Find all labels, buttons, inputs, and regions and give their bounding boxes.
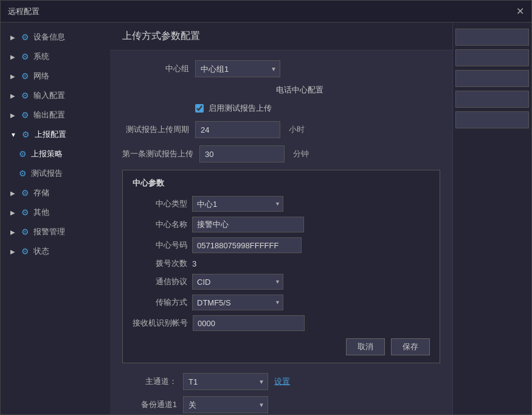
center-group-row: 中心组 中心组1 (122, 60, 440, 77)
right-input-2[interactable] (455, 49, 529, 66)
test-period-input[interactable] (195, 121, 280, 138)
sidebar-item-label: 状态 (33, 246, 49, 257)
test-period-label: 测试报告上传周期 (122, 124, 189, 135)
right-input-1[interactable] (455, 29, 529, 46)
sidebar-item-upload-config[interactable]: ▼ ⚙ 上报配置 (1, 125, 110, 144)
main-window: 远程配置 ✕ ▶ ⚙ 设备信息 ▶ ⚙ 系统 ▶ ⚙ 网络 ▶ ⚙ (0, 0, 532, 415)
transfer-row: 传输方式 DTMF5/S (133, 295, 430, 310)
sidebar-item-output-config[interactable]: ▶ ⚙ 输出配置 (1, 105, 110, 125)
sidebar-item-storage[interactable]: ▶ ⚙ 存储 (1, 183, 110, 203)
center-number-input[interactable] (192, 237, 302, 253)
receiver-row: 接收机识别帐号 (133, 315, 430, 331)
backup1-select-wrap: 关 (183, 396, 268, 413)
center-type-select[interactable]: 中心1 (192, 196, 283, 212)
channel-section: 主通道： T1 设置 备份通道1 关 (122, 373, 440, 414)
title-bar: 远程配置 ✕ (1, 1, 531, 23)
phone-center-row: 电话中心配置 (159, 85, 440, 96)
center-params-panel: 中心参数 中心类型 中心1 中心名称 中心 (122, 170, 440, 363)
transfer-select[interactable]: DTMF5/S (192, 295, 283, 310)
sidebar-item-other[interactable]: ▶ ⚙ 其他 (1, 203, 110, 222)
main-channel-row: 主通道： T1 设置 (122, 373, 440, 390)
sidebar-item-test-report[interactable]: ⚙ 测试报告 (1, 164, 110, 183)
arrow-icon: ▶ (10, 112, 15, 119)
gear-icon: ⚙ (20, 188, 30, 198)
sidebar-item-label: 其他 (33, 207, 49, 218)
sidebar-item-label: 报警管理 (33, 226, 65, 237)
arrow-icon: ▼ (10, 131, 16, 138)
arrow-icon: ▶ (10, 209, 15, 216)
center-name-label: 中心名称 (133, 219, 187, 230)
center-params-title: 中心参数 (133, 178, 430, 189)
backup1-label: 备份通道1 (122, 399, 177, 410)
sidebar-item-status[interactable]: ▶ ⚙ 状态 (1, 242, 110, 261)
sidebar-item-label: 上报策略 (31, 148, 63, 159)
center-type-select-wrap: 中心1 (192, 196, 283, 212)
first-report-input[interactable] (199, 145, 285, 162)
right-input-5[interactable] (455, 111, 529, 128)
window-title: 远程配置 (8, 6, 40, 17)
phone-center-label: 电话中心配置 (276, 85, 323, 96)
arrow-icon: ▶ (10, 34, 15, 41)
close-button[interactable]: ✕ (516, 7, 524, 16)
main-channel-select[interactable]: T1 (183, 373, 268, 390)
protocol-select[interactable]: CID (192, 274, 283, 290)
right-input-3[interactable] (455, 70, 529, 87)
protocol-label: 通信协议 (133, 276, 187, 287)
gear-icon: ⚙ (20, 71, 30, 81)
sidebar-item-label: 测试报告 (31, 168, 63, 179)
arrow-icon: ▶ (10, 73, 15, 80)
right-input-4[interactable] (455, 91, 529, 108)
sidebar-item-label: 输出配置 (33, 110, 65, 120)
right-panel (452, 23, 531, 414)
sidebar-item-alert-manage[interactable]: ▶ ⚙ 报警管理 (1, 222, 110, 242)
center-number-row: 中心号码 (133, 237, 430, 253)
sidebar-item-label: 输入配置 (33, 90, 65, 101)
arrow-icon: ▶ (10, 190, 15, 197)
center-number-label: 中心号码 (133, 240, 187, 251)
arrow-icon: ▶ (10, 248, 15, 255)
save-inner-button[interactable]: 保存 (391, 338, 430, 355)
center-group-label: 中心组 (122, 63, 189, 74)
first-report-row: 第一条测试报告上传 分钟 (122, 145, 440, 162)
content-title: 上传方式参数配置 (110, 23, 452, 51)
enable-test-checkbox[interactable] (195, 104, 204, 113)
gear-icon: ⚙ (20, 246, 30, 256)
center-group-select-wrap: 中心组1 (195, 60, 280, 77)
gear-icon: ⚙ (18, 149, 27, 159)
gear-icon: ⚙ (20, 110, 30, 120)
dial-count-value: 3 (192, 259, 196, 268)
gear-icon: ⚙ (20, 32, 30, 42)
main-channel-label: 主通道： (122, 376, 177, 387)
sidebar-item-network[interactable]: ▶ ⚙ 网络 (1, 66, 110, 86)
gear-icon: ⚙ (20, 208, 30, 217)
main-channel-link[interactable]: 设置 (274, 376, 290, 387)
center-type-row: 中心类型 中心1 (133, 196, 430, 212)
protocol-row: 通信协议 CID (133, 274, 430, 290)
sidebar-item-system[interactable]: ▶ ⚙ 系统 (1, 47, 110, 66)
center-name-input[interactable] (192, 217, 304, 232)
test-period-row: 测试报告上传周期 小时 (122, 121, 440, 138)
transfer-select-wrap: DTMF5/S (192, 295, 283, 310)
dial-count-label: 拨号次数 (133, 258, 187, 269)
sidebar-item-label: 设备信息 (33, 32, 65, 43)
sidebar-item-label: 网络 (33, 71, 49, 82)
main-channel-select-wrap: T1 (183, 373, 268, 390)
inner-btn-row: 取消 保存 (133, 338, 430, 355)
gear-icon: ⚙ (18, 169, 27, 178)
center-name-row: 中心名称 (133, 217, 430, 232)
sidebar-item-upload-strategy[interactable]: ⚙ 上报策略 (1, 144, 110, 164)
center-group-select[interactable]: 中心组1 (195, 60, 280, 77)
arrow-icon: ▶ (10, 229, 15, 235)
enable-test-label: 启用测试报告上传 (209, 103, 272, 114)
cancel-button[interactable]: 取消 (346, 338, 385, 355)
sidebar-item-device-info[interactable]: ▶ ⚙ 设备信息 (1, 27, 110, 47)
arrow-icon: ▶ (10, 54, 15, 60)
receiver-input[interactable] (193, 315, 305, 331)
sidebar-item-input-config[interactable]: ▶ ⚙ 输入配置 (1, 86, 110, 105)
gear-icon: ⚙ (20, 52, 30, 61)
gear-icon: ⚙ (20, 91, 30, 100)
gear-icon: ⚙ (21, 130, 31, 139)
backup1-select[interactable]: 关 (183, 396, 268, 413)
sidebar-item-label: 存储 (33, 187, 49, 198)
content-body: 中心组 中心组1 电话中心配置 启用测试报告上传 (110, 60, 452, 414)
